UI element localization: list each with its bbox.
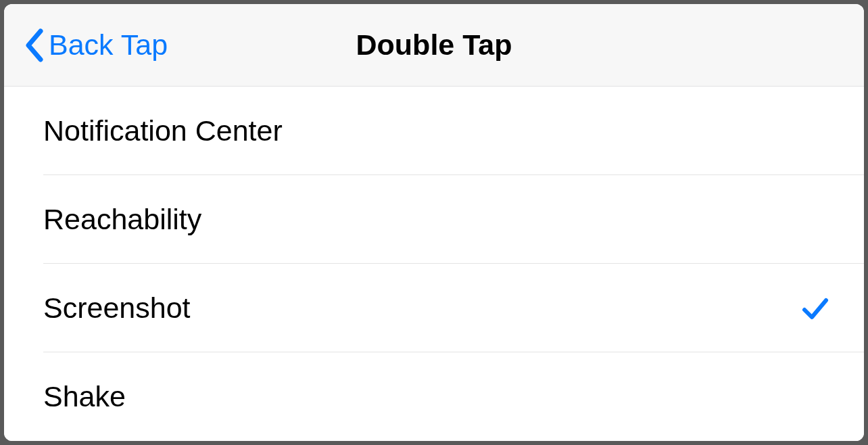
option-screenshot[interactable]: Screenshot xyxy=(4,264,864,352)
back-button[interactable]: Back Tap xyxy=(24,4,168,86)
option-label: Shake xyxy=(43,380,830,413)
option-reachability[interactable]: Reachability xyxy=(4,175,864,264)
back-label: Back Tap xyxy=(49,28,168,62)
option-shake[interactable]: Shake xyxy=(4,352,864,441)
chevron-left-icon xyxy=(24,28,45,62)
option-notification-center[interactable]: Notification Center xyxy=(4,87,864,175)
option-label: Screenshot xyxy=(43,291,800,325)
settings-screen: Back Tap Double Tap Notification Center … xyxy=(4,4,864,441)
options-list: Notification Center Reachability Screens… xyxy=(4,87,864,441)
checkmark-icon xyxy=(800,294,830,323)
navbar: Back Tap Double Tap xyxy=(4,4,864,87)
option-label: Reachability xyxy=(43,203,830,236)
option-label: Notification Center xyxy=(43,114,830,147)
